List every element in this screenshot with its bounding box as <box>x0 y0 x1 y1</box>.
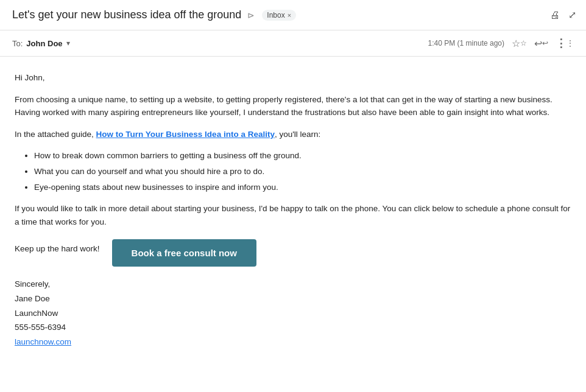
inbox-label-text: Inbox <box>267 11 284 19</box>
more-options-icon[interactable]: ⋮ <box>556 37 574 50</box>
reply-icon[interactable]: ↩ <box>534 38 548 49</box>
website-link-container: launchnow.com <box>15 335 571 349</box>
paragraph1: From choosing a unique name, to setting … <box>15 93 571 119</box>
signature-block: Sincerely, Jane Doe LaunchNow 555-555-63… <box>15 278 571 348</box>
sender-row: To: John Doe ▾ 1:40 PM (1 minute ago) ☆ … <box>0 30 586 57</box>
book-consult-button[interactable]: Book a free consult now <box>112 239 256 267</box>
bullet-item-1: How to break down common barriers to get… <box>34 149 571 163</box>
guide-link[interactable]: How to Turn Your Business Idea into a Re… <box>96 130 275 139</box>
email-subject: Let's get your new business idea off the… <box>12 9 241 21</box>
send-label-icon <box>247 10 256 20</box>
email-body: Hi John, From choosing a unique name, to… <box>0 57 586 364</box>
recipient-chevron-icon[interactable]: ▾ <box>66 39 70 47</box>
bullet-item-3: Eye-opening stats about new businesses t… <box>34 181 571 194</box>
phone-number: 555-555-6394 <box>15 321 571 334</box>
website-link[interactable]: launchnow.com <box>15 337 71 346</box>
sincerely-text: Sincerely, <box>15 278 571 291</box>
email-actions: 1:40 PM (1 minute ago) ☆ ↩ ⋮ <box>428 37 574 50</box>
subject-action-icons <box>550 9 576 21</box>
company-name: LaunchNow <box>15 307 571 320</box>
bullet-item-2: What you can do yourself and what you sh… <box>34 165 571 178</box>
star-icon[interactable]: ☆ <box>512 38 527 49</box>
paragraph2-prefix: In the attached guide, <box>15 130 96 139</box>
new-window-icon[interactable] <box>568 9 576 21</box>
subject-left: Let's get your new business idea off the… <box>12 9 296 21</box>
inbox-label-close[interactable]: × <box>288 12 291 19</box>
to-label: To: <box>12 39 23 48</box>
paragraph2: In the attached guide, How to Turn Your … <box>15 128 571 141</box>
greeting: Hi John, <box>15 71 571 85</box>
timestamp: 1:40 PM (1 minute ago) <box>428 39 504 47</box>
cta-container: Keep up the hard work! Book a free consu… <box>15 239 571 267</box>
paragraph2-suffix: , you'll learn: <box>275 130 320 139</box>
keep-up-text: Keep up the hard work! <box>15 242 100 256</box>
bullet-list: How to break down common barriers to get… <box>34 149 571 194</box>
recipient-name: John Doe <box>26 39 62 48</box>
paragraph3: If you would like to talk in more detail… <box>15 202 571 228</box>
inbox-label-tag[interactable]: Inbox × <box>262 10 296 21</box>
print-icon[interactable] <box>550 10 560 21</box>
subject-bar: Let's get your new business idea off the… <box>0 0 586 30</box>
sender-info: To: John Doe ▾ <box>12 39 70 48</box>
cta-left-area: Keep up the hard work! <box>15 242 100 264</box>
sender-name: Jane Doe <box>15 292 571 306</box>
